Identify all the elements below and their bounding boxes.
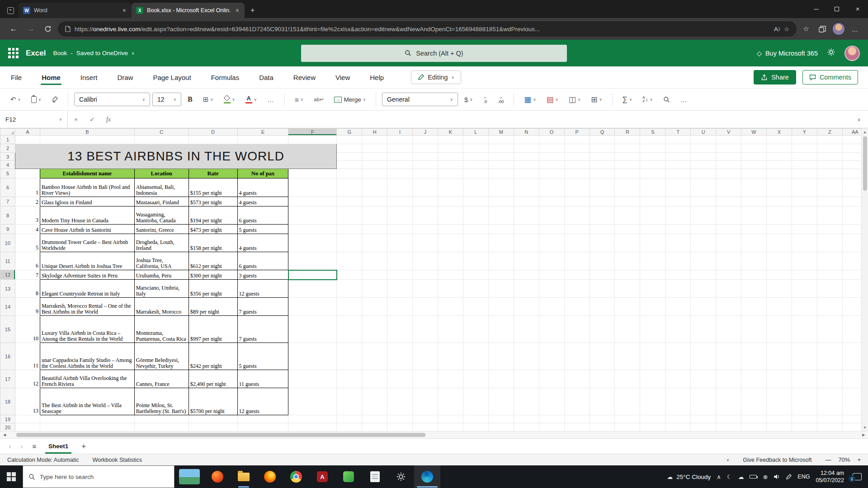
cell-D9[interactable]: $473 per night: [189, 225, 237, 234]
cell-K2[interactable]: [438, 144, 463, 153]
cell-C14[interactable]: Marrakesh, Morocco: [134, 298, 189, 316]
cell-V1[interactable]: [716, 136, 741, 144]
cell-K7[interactable]: [438, 197, 463, 206]
cell-H9[interactable]: [362, 225, 387, 234]
cell-D5[interactable]: Rate: [189, 169, 237, 178]
cell-styles-button[interactable]: ⊞∨: [587, 93, 606, 107]
cell-G6[interactable]: [337, 178, 362, 197]
column-header-U[interactable]: U: [691, 129, 716, 136]
scroll-down-icon[interactable]: ▼: [862, 424, 868, 431]
decrease-decimal-button[interactable]: →.00: [494, 93, 508, 107]
cell-R11[interactable]: [615, 252, 640, 270]
cell-G11[interactable]: [337, 252, 362, 270]
buy-microsoft-365-button[interactable]: ◇ Buy Microsoft 365: [757, 50, 818, 57]
cell-V8[interactable]: [716, 206, 741, 225]
cell-M5[interactable]: [488, 169, 514, 178]
cell-E18[interactable]: 12 guests: [237, 388, 288, 415]
cell-P2[interactable]: [564, 144, 590, 153]
cell-S16[interactable]: [640, 343, 665, 370]
cell-B20[interactable]: [40, 423, 134, 432]
cell-R20[interactable]: [615, 423, 640, 432]
cell-O4[interactable]: [539, 161, 564, 169]
tab-close-icon[interactable]: ×: [122, 7, 127, 14]
cell-L2[interactable]: [463, 144, 488, 153]
cell-Q13[interactable]: [590, 280, 615, 298]
cell-H17[interactable]: [362, 370, 387, 388]
cell-D12[interactable]: $300 per night: [189, 270, 237, 280]
alignment-button[interactable]: ≡∨: [291, 94, 307, 106]
cell-J8[interactable]: [413, 206, 438, 225]
cell-Y9[interactable]: [792, 225, 817, 234]
cell-V10[interactable]: [716, 234, 741, 252]
cell-U1[interactable]: [691, 136, 716, 144]
cell-V13[interactable]: [716, 280, 741, 298]
cell-P16[interactable]: [564, 343, 590, 370]
cell-V17[interactable]: [716, 370, 741, 388]
cell-Q2[interactable]: [590, 144, 615, 153]
notification-center-button[interactable]: 2: [853, 473, 862, 480]
column-header-T[interactable]: T: [665, 129, 691, 136]
cell-R19[interactable]: [615, 415, 640, 423]
cell-A19[interactable]: [15, 415, 40, 423]
cell-Q4[interactable]: [590, 161, 615, 169]
cell-W15[interactable]: [741, 316, 767, 343]
cell-G10[interactable]: [337, 234, 362, 252]
cell-F7[interactable]: [288, 197, 337, 206]
cell-X18[interactable]: [767, 388, 792, 415]
cell-W5[interactable]: [741, 169, 767, 178]
expand-formula-bar-icon[interactable]: ∨: [850, 111, 868, 128]
cell-E8[interactable]: 6 guests: [237, 206, 288, 225]
cell-L15[interactable]: [463, 316, 488, 343]
cell-W10[interactable]: [741, 234, 767, 252]
cell-D17[interactable]: $2,490 per night: [189, 370, 237, 388]
cell-W4[interactable]: [741, 161, 767, 169]
cell-M10[interactable]: [488, 234, 514, 252]
cell-P13[interactable]: [564, 280, 590, 298]
cell-M15[interactable]: [488, 316, 514, 343]
cell-F19[interactable]: [288, 415, 337, 423]
cell-O5[interactable]: [539, 169, 564, 178]
cell-U16[interactable]: [691, 343, 716, 370]
cell-P19[interactable]: [564, 415, 590, 423]
cell-Z5[interactable]: [817, 169, 842, 178]
cell-A15[interactable]: 10: [15, 316, 40, 343]
zoom-level[interactable]: 70%: [838, 456, 850, 463]
share-button[interactable]: Share: [754, 70, 796, 84]
cell-U17[interactable]: [691, 370, 716, 388]
row-header-2[interactable]: 2: [0, 144, 15, 153]
cell-R17[interactable]: [615, 370, 640, 388]
cell-B18[interactable]: The Best Airbnb in the World – Villa Sea…: [40, 388, 134, 415]
cell-N3[interactable]: [514, 153, 539, 161]
taskbar-chrome[interactable]: [283, 465, 309, 488]
row-header-3[interactable]: 3: [0, 153, 15, 161]
cell-Z20[interactable]: [817, 423, 842, 432]
cell-K5[interactable]: [438, 169, 463, 178]
cell-O14[interactable]: [539, 298, 564, 316]
back-button[interactable]: ←: [6, 22, 21, 36]
cell-C16[interactable]: Göreme Belediyesi, Nevşehir, Turkey: [134, 343, 189, 370]
cell-O17[interactable]: [539, 370, 564, 388]
column-header-R[interactable]: R: [615, 129, 640, 136]
cell-V18[interactable]: [716, 388, 741, 415]
cell-P1[interactable]: [564, 136, 590, 144]
cell-A13[interactable]: 8: [15, 280, 40, 298]
profile-avatar[interactable]: [844, 46, 860, 61]
cell-A1[interactable]: [15, 136, 40, 144]
cell-J18[interactable]: [413, 388, 438, 415]
cell-F13[interactable]: [288, 280, 337, 298]
cell-R9[interactable]: [615, 225, 640, 234]
cell-G15[interactable]: [337, 316, 362, 343]
cell-D15[interactable]: $997 per night: [189, 316, 237, 343]
cell-C10[interactable]: Drogheda, Louth, Ireland: [134, 234, 189, 252]
cell-X9[interactable]: [767, 225, 792, 234]
cell-I18[interactable]: [387, 388, 413, 415]
cell-A7[interactable]: 2: [15, 197, 40, 206]
taskbar-app-red[interactable]: [204, 465, 231, 488]
cell-Z4[interactable]: [817, 161, 842, 169]
cell-M12[interactable]: [488, 270, 514, 280]
conditional-formatting-button[interactable]: ▤∨: [542, 93, 562, 107]
cell-Y19[interactable]: [792, 415, 817, 423]
onedrive-cloud-icon[interactable]: ☁: [738, 474, 744, 480]
cell-W16[interactable]: [741, 343, 767, 370]
cell-E13[interactable]: 12 guests: [237, 280, 288, 298]
